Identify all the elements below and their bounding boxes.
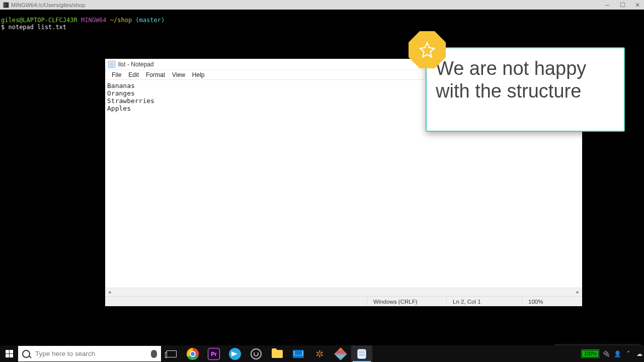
battery-indicator[interactable]: 100% (582, 350, 599, 357)
taskbar-app-mail[interactable] (288, 345, 309, 362)
menu-format[interactable]: Format (142, 71, 169, 78)
mail-icon (293, 350, 304, 358)
terminal-titlebar[interactable]: MINGW64:/c/Users/giles/shop ─ ☐ ✕ (0, 0, 644, 10)
taskbar-app-obs[interactable] (246, 345, 267, 362)
task-view-button[interactable] (161, 345, 182, 362)
status-eol: Windows (CRLF) (367, 297, 446, 306)
notepad-statusbar: Windows (CRLF) Ln 2, Col 1 100% (105, 296, 582, 306)
scroll-right-icon[interactable]: ► (575, 289, 581, 296)
notepad-title: list - Notepad (118, 61, 154, 68)
close-button[interactable]: ✕ (634, 2, 641, 9)
tray-chevron-icon[interactable]: ˄ (625, 350, 632, 357)
taskbar-app-chrome[interactable] (182, 345, 203, 362)
taskbar-app-settings[interactable]: ✲ (309, 345, 330, 362)
scroll-left-icon[interactable]: ◄ (106, 289, 113, 296)
taskbar-app-explorer[interactable] (267, 345, 288, 362)
search-placeholder: Type here to search (35, 350, 146, 357)
terminal-user: giles@LAPTOP-CLFCJ43R (1, 17, 77, 24)
maximize-button[interactable]: ☐ (619, 2, 626, 9)
callout-text: We are not happy with the structure (436, 57, 615, 103)
notepad-horizontal-scrollbar[interactable]: ◄ ► (105, 288, 582, 296)
power-icon[interactable]: 🔌 (603, 350, 610, 357)
windows-icon (6, 350, 13, 357)
star-icon (419, 41, 436, 58)
notepad-icon (108, 61, 115, 68)
terminal-command: notepad list.txt (8, 24, 66, 31)
menu-help[interactable]: Help (189, 71, 208, 78)
terminal-env: MINGW64 (81, 17, 107, 24)
terminal-icon (3, 2, 9, 8)
terminal-branch: (master) (135, 17, 165, 24)
menu-edit[interactable]: Edit (125, 71, 142, 78)
taskbar-app-misc[interactable] (330, 345, 351, 362)
taskbar-app-telegram[interactable] (224, 345, 246, 362)
search-icon (22, 350, 30, 358)
taskbar-app-premiere[interactable]: Pr (203, 345, 224, 362)
minimize-button[interactable]: ─ (604, 2, 611, 9)
folder-icon (272, 350, 283, 358)
svg-rect-0 (4, 2, 9, 8)
status-position: Ln 2, Col 1 (446, 297, 522, 306)
terminal-body[interactable]: giles@LAPTOP-CLFCJ43R MINGW64 ~/shop (ma… (0, 10, 644, 32)
telegram-icon (229, 348, 241, 360)
start-button[interactable] (0, 345, 18, 362)
menu-view[interactable]: View (169, 71, 189, 78)
chrome-icon (187, 348, 199, 360)
taskbar-search[interactable]: Type here to search (18, 346, 161, 361)
people-icon[interactable]: 👤 (614, 350, 621, 357)
system-tray: 100% 🔌 👤 ˄ ☁ (582, 345, 644, 362)
terminal-prompt-symbol: $ (1, 24, 5, 31)
callout-card: We are not happy with the structure (426, 47, 625, 132)
onedrive-icon[interactable]: ☁ (636, 350, 643, 357)
notepad-taskbar-icon (357, 349, 366, 359)
terminal-title: MINGW64:/c/Users/giles/shop (11, 2, 85, 8)
microphone-icon[interactable] (151, 350, 157, 358)
status-zoom: 100% (522, 297, 582, 306)
task-view-icon (167, 350, 177, 357)
obs-icon (251, 348, 262, 359)
premiere-icon: Pr (208, 348, 220, 360)
gear-icon: ✲ (313, 348, 326, 360)
taskbar: Type here to search Pr ✲ 100% 🔌 👤 ˄ ☁ (0, 345, 644, 362)
menu-file[interactable]: File (108, 71, 125, 78)
diamond-icon (335, 348, 347, 360)
taskbar-app-notepad[interactable] (351, 345, 372, 362)
terminal-path: ~/shop (110, 17, 132, 24)
